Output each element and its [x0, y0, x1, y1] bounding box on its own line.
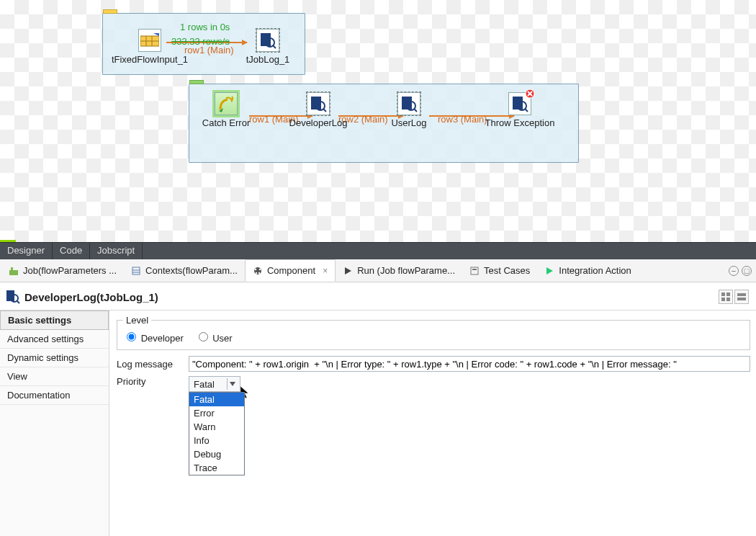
- minimize-button[interactable]: −: [729, 266, 739, 276]
- sidebar-item-view[interactable]: View: [0, 367, 109, 386]
- svg-line-14: [414, 109, 417, 112]
- testcases-icon: [469, 266, 480, 276]
- component-label: DeveloperLog: [275, 117, 361, 128]
- radio-developer[interactable]: Developer: [123, 333, 186, 344]
- view-tab-job[interactable]: Job(flowParameters ...: [1, 259, 124, 282]
- svg-marker-31: [345, 267, 351, 274]
- svg-rect-33: [472, 269, 477, 270]
- job-icon: [9, 266, 19, 276]
- radio-user-input[interactable]: [199, 332, 208, 341]
- svg-rect-21: [9, 270, 18, 275]
- accent-strip: [0, 240, 16, 242]
- component-form: Level Developer User Log message: [109, 311, 756, 536]
- component-icon: [253, 266, 263, 276]
- svg-rect-39: [726, 292, 730, 296]
- error-badge-icon: [525, 89, 535, 99]
- view-tab-testcases[interactable]: Test Cases: [462, 259, 537, 282]
- log-message-input[interactable]: [189, 356, 750, 372]
- component-label: Throw Exception: [477, 117, 563, 128]
- priority-label: Priority: [117, 376, 181, 387]
- svg-point-27: [255, 268, 256, 269]
- sidebar-item-docs[interactable]: Documentation: [0, 386, 109, 405]
- joblog-icon: [310, 95, 327, 112]
- component-label: tJobLog_1: [225, 54, 311, 65]
- tab-label: Integration Action: [559, 265, 631, 276]
- priority-option[interactable]: Info: [189, 434, 244, 447]
- radio-label: Developer: [141, 333, 184, 344]
- component-label: UserLog: [366, 117, 452, 128]
- sidebar-item-dynamic[interactable]: Dynamic settings: [0, 349, 109, 367]
- priority-option[interactable]: Debug: [189, 447, 244, 461]
- svg-rect-43: [737, 298, 746, 300]
- priority-dropdown: Fatal Error Warn Info Debug Trace: [189, 392, 245, 475]
- radio-label: User: [212, 333, 232, 344]
- view-tab-integration[interactable]: Integration Action: [537, 259, 638, 282]
- view-tab-component[interactable]: Component ×: [245, 259, 336, 282]
- svg-rect-32: [471, 267, 478, 274]
- sidebar-item-advanced[interactable]: Advanced settings: [0, 330, 109, 349]
- panel-title-text: DeveloperLog(tJobLog_1): [24, 291, 158, 303]
- tab-jobscript[interactable]: Jobscript: [90, 243, 143, 259]
- editor-tabbar: Designer Code Jobscript: [0, 242, 756, 259]
- joblog-icon: [6, 290, 20, 304]
- svg-line-37: [17, 300, 19, 303]
- radio-user[interactable]: User: [195, 333, 233, 344]
- play-icon: [343, 266, 353, 276]
- component-fixedflowinput[interactable]: tFixedFlowInput_1: [107, 29, 193, 65]
- svg-line-7: [273, 45, 276, 48]
- svg-marker-34: [546, 267, 553, 274]
- tab-code[interactable]: Code: [53, 243, 90, 259]
- view-tab-run[interactable]: Run (Job flowParame...: [336, 259, 462, 282]
- level-fieldset: Level Developer User: [117, 315, 750, 350]
- priority-select[interactable]: Fatal: [189, 376, 240, 392]
- svg-marker-44: [230, 382, 235, 386]
- component-label: tFixedFlowInput_1: [107, 54, 193, 65]
- component-catcherror[interactable]: Catch Error: [183, 92, 269, 128]
- svg-line-17: [525, 109, 528, 112]
- svg-point-29: [256, 272, 257, 273]
- grid-icon: [140, 33, 159, 48]
- panel-title: DeveloperLog(tJobLog_1): [6, 290, 158, 304]
- panel-sidebar: Basic settings Advanced settings Dynamic…: [0, 311, 109, 536]
- joblog-icon: [259, 32, 276, 49]
- svg-rect-23: [132, 267, 140, 274]
- maximize-button[interactable]: □: [742, 266, 752, 276]
- close-icon[interactable]: ×: [323, 266, 328, 276]
- layout-grid-button[interactable]: [719, 290, 733, 304]
- component-panel: DeveloperLog(tJobLog_1) Basic settings A…: [0, 282, 756, 536]
- chevron-down-icon: [227, 378, 237, 390]
- designer-canvas[interactable]: 1 rows in 0s 333.33 rows/s row1 (Main) r…: [0, 0, 756, 242]
- svg-point-30: [258, 272, 260, 273]
- layout-rows-button[interactable]: [734, 290, 749, 304]
- log-message-label: Log message: [117, 359, 181, 370]
- component-developerlog[interactable]: DeveloperLog: [275, 92, 361, 128]
- view-tab-contexts[interactable]: Contexts(flowParam...: [124, 259, 245, 282]
- tab-label: Run (Job flowParame...: [357, 265, 455, 276]
- priority-selected: Fatal: [194, 379, 215, 390]
- svg-rect-40: [721, 298, 725, 301]
- tab-designer[interactable]: Designer: [0, 243, 53, 259]
- priority-option[interactable]: Trace: [189, 461, 244, 475]
- svg-rect-41: [726, 298, 730, 301]
- sidebar-item-basic[interactable]: Basic settings: [0, 311, 109, 330]
- component-label: Catch Error: [183, 117, 269, 128]
- view-tabbar: Job(flowParameters ... Contexts(flowPara…: [0, 259, 756, 282]
- component-throwexception[interactable]: Throw Exception: [477, 92, 563, 128]
- svg-rect-38: [721, 292, 725, 296]
- tab-label: Contexts(flowParam...: [145, 265, 238, 276]
- tab-label: Test Cases: [484, 265, 530, 276]
- subjob-handle[interactable]: [189, 80, 204, 84]
- integration-icon: [544, 266, 554, 276]
- component-tjoblog[interactable]: tJobLog_1: [225, 29, 311, 65]
- priority-option[interactable]: Error: [189, 406, 244, 420]
- contexts-icon: [131, 266, 141, 276]
- radio-developer-input[interactable]: [127, 332, 136, 341]
- joblog-icon: [400, 95, 418, 112]
- priority-option[interactable]: Warn: [189, 420, 244, 434]
- svg-rect-42: [737, 293, 746, 296]
- subjob-handle[interactable]: [103, 9, 117, 14]
- tab-label: Job(flowParameters ...: [23, 265, 117, 276]
- priority-option[interactable]: Fatal: [189, 393, 244, 406]
- svg-rect-22: [11, 267, 13, 270]
- component-userlog[interactable]: UserLog: [366, 92, 452, 128]
